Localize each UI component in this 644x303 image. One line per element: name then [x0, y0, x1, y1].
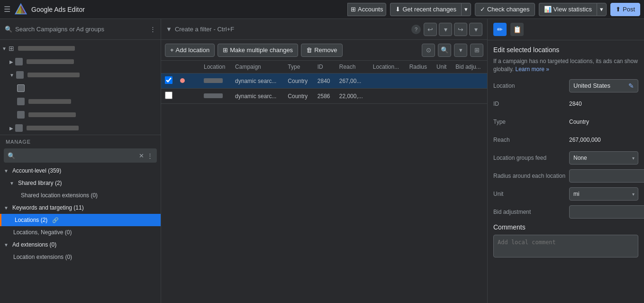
menu-icon[interactable]: ☰ [4, 5, 10, 14]
type-field-value: Country [569, 119, 638, 125]
bid-adj-input[interactable] [569, 205, 644, 219]
grid-icon: ⊞ [9, 45, 14, 52]
col-bid-adj-header[interactable]: Bid adju... [452, 61, 487, 73]
expand-icon: ▼ [4, 168, 9, 174]
radius-field-row: Radius around each location 0.0 [493, 169, 638, 183]
more-options-icon[interactable]: ⋮ [150, 26, 156, 33]
location-groups-label: Location groups feed [493, 155, 569, 161]
reach-field-row: Reach 267,000,000 [493, 133, 638, 147]
manage-item-location-ext[interactable]: Location extensions (0) [0, 251, 161, 263]
view-statistics-button[interactable]: 📊 View statistics [539, 3, 597, 16]
top-header: ☰ Google Ads Editor ⊞ Accounts ⬇ Get rec… [0, 0, 644, 19]
col-location-groups-header[interactable]: Location... [369, 61, 406, 73]
location-field-value[interactable]: United States ✎ [569, 79, 638, 92]
table-row[interactable]: dynamic searc... Country 2586 22,000,... [161, 89, 487, 104]
col-id-header[interactable]: ID [314, 61, 336, 73]
external-link-icon[interactable]: 🔗 [52, 217, 59, 223]
manage-item-locations-negative[interactable]: Locations, Negative (0) [0, 226, 161, 239]
reach-field-label: Reach [493, 137, 569, 143]
item-label: Shared location extensions (0) [21, 192, 98, 199]
undo-button[interactable]: ↩ [424, 23, 437, 36]
col-radius-header[interactable]: Radius [406, 61, 433, 73]
campaign-search-input[interactable] [15, 26, 147, 33]
search-icon-sm2 [17, 111, 25, 119]
remove-button[interactable]: 🗑 Remove [301, 44, 342, 57]
row-location-groups [369, 73, 406, 89]
col-campaign-header[interactable]: Campaign [231, 61, 284, 73]
logo-icon [14, 3, 27, 16]
tree-item[interactable] [0, 95, 161, 108]
manage-item-shared-location-ext[interactable]: Shared location extensions (0) [0, 189, 161, 202]
get-recent-changes-button[interactable]: ⬇ Get recent changes [390, 3, 461, 16]
table-row[interactable]: dynamic searc... Country 2840 267,00... [161, 73, 487, 89]
col-reach-header[interactable]: Reach [336, 61, 369, 73]
notes-tab-button[interactable]: 📋 [510, 23, 524, 36]
search-columns-button[interactable]: 🔍 [438, 44, 451, 57]
manage-group-ad-extensions[interactable]: ▼ Ad extensions (0) [0, 239, 161, 251]
manage-group-keywords-targeting[interactable]: ▼ Keywords and targeting (11) [0, 202, 161, 214]
help-icon[interactable]: ? [411, 25, 421, 34]
undo-caret-button[interactable]: ▾ [439, 23, 452, 36]
unit-field-row: Unit mi km [493, 187, 638, 201]
tree-item[interactable]: ▶ 🔍 [0, 55, 161, 68]
col-status [176, 61, 189, 73]
download-icon: ⬇ [395, 6, 400, 13]
make-multiple-changes-button[interactable]: ⊞ Make multiple changes [218, 44, 298, 57]
campaign-search-bar: 🔍 ⋮ [0, 19, 161, 40]
redo-button[interactable]: ↪ [454, 23, 467, 36]
reach-field-value: 267,000,000 [569, 137, 638, 143]
row-campaign: dynamic searc... [231, 73, 284, 89]
location-groups-select[interactable]: None [569, 151, 638, 165]
learn-more-link[interactable]: Learn more » [515, 66, 549, 73]
tree-item[interactable]: ▼ [0, 68, 161, 82]
location-groups-field-row: Location groups feed None [493, 151, 638, 165]
get-recent-changes-caret[interactable]: ▾ [461, 3, 471, 16]
post-button[interactable]: ⬆ Post [610, 3, 640, 16]
right-panel-content: Edit selected locations If a campaign ha… [488, 40, 644, 265]
type-field-label: Type [493, 119, 569, 125]
row-checkbox[interactable] [161, 73, 176, 89]
view-statistics-group: 📊 View statistics ▾ [539, 3, 607, 16]
group-label: Account-level (359) [12, 167, 61, 174]
tree-item[interactable] [0, 82, 161, 95]
clear-search-icon[interactable]: ✕ [139, 152, 144, 159]
manage-group-account-level[interactable]: ▼ Account-level (359) [0, 165, 161, 177]
unit-field-label: Unit [493, 191, 569, 197]
radius-input[interactable]: 0.0 [569, 169, 644, 183]
columns-button[interactable]: ⊞ [470, 44, 483, 57]
accounts-btn-group: ⊞ Accounts [347, 3, 386, 16]
edit-location-icon[interactable]: ✎ [628, 82, 634, 90]
row-flag [189, 73, 200, 89]
row-reach: 267,00... [336, 73, 369, 89]
row-checkbox2[interactable] [161, 89, 176, 104]
col-location-header[interactable]: Location [200, 61, 231, 73]
col-unit-header[interactable]: Unit [433, 61, 452, 73]
manage-search-icon: 🔍 [8, 152, 15, 159]
manage-more-icon[interactable]: ⋮ [147, 152, 153, 159]
col-type-header[interactable]: Type [284, 61, 313, 73]
search-icon: 🔍 [5, 26, 12, 33]
row-location2 [200, 89, 231, 104]
tree-item[interactable]: ▼ ⊞ [0, 42, 161, 55]
edit-tab-button[interactable]: ✏ [493, 23, 507, 36]
plus-icon: + [170, 46, 174, 54]
comments-textarea[interactable] [493, 235, 638, 257]
logo-area: ☰ Google Ads Editor [4, 3, 85, 16]
filter-placeholder[interactable]: Create a filter - Ctrl+F [175, 26, 408, 33]
add-location-button[interactable]: + Add location [165, 44, 215, 57]
accounts-button[interactable]: ⊞ Accounts [347, 3, 386, 16]
tree-item[interactable] [0, 108, 161, 121]
view-statistics-caret[interactable]: ▾ [597, 3, 607, 16]
manage-group-shared-library[interactable]: ▼ Shared library (2) [0, 177, 161, 189]
redo-caret-button[interactable]: ▾ [469, 23, 482, 36]
more-options-button[interactable]: ▾ [454, 44, 467, 57]
check-changes-button[interactable]: ✓ Check changes [475, 3, 535, 16]
manage-item-locations[interactable]: Locations (2) 🔗 [0, 214, 161, 226]
manage-search-input[interactable]: loca [18, 152, 136, 159]
tree-item[interactable]: ▶ [0, 121, 161, 135]
right-panel: ✏ 📋 Edit selected locations If a campaig… [488, 19, 644, 303]
row-bid-adj [452, 73, 487, 89]
id-field-label: ID [493, 101, 569, 107]
unit-select[interactable]: mi km [569, 187, 638, 201]
target-icon-button[interactable]: ⊙ [422, 44, 435, 57]
